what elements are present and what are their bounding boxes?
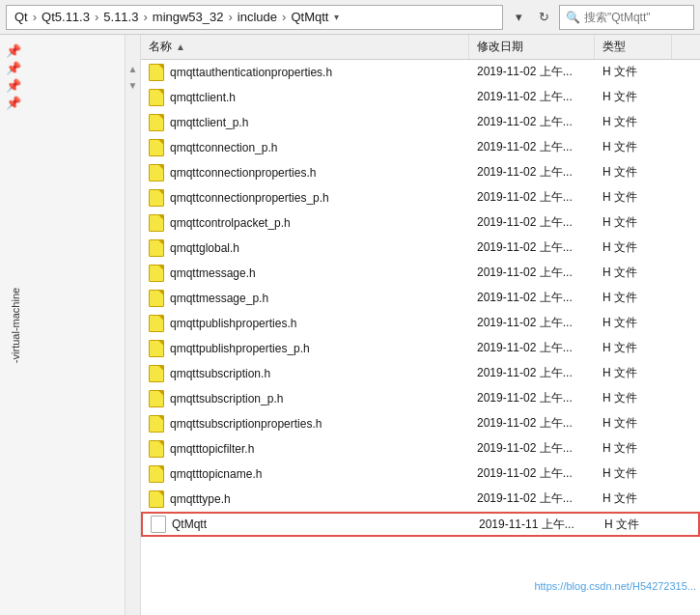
file-name-label: qmqtttype.h: [170, 492, 231, 506]
file-type-cell: H 文件: [595, 440, 672, 457]
file-name-label: qmqttpublishproperties_p.h: [170, 342, 310, 355]
file-name-cell[interactable]: qmqttsubscriptionproperties.h: [141, 415, 469, 433]
file-name-label: qmqttpublishproperties.h: [170, 317, 296, 330]
breadcrumb-qt5113[interactable]: Qt5.11.3: [40, 10, 92, 24]
table-row[interactable]: qmqttconnectionproperties_p.h 2019-11-02…: [141, 185, 700, 210]
col-header-name[interactable]: 名称 ▲: [141, 35, 469, 59]
file-name-cell[interactable]: qmqttclient.h: [141, 89, 469, 106]
table-row[interactable]: qmqttclient.h 2019-11-02 上午... H 文件: [141, 85, 700, 110]
h-file-icon: [149, 164, 164, 182]
file-name-label: qmqttsubscriptionproperties.h: [170, 417, 322, 431]
file-type-cell: H 文件: [595, 214, 672, 231]
h-file-icon: [149, 265, 164, 282]
table-row[interactable]: qmqttglobal.h 2019-11-02 上午... H 文件: [141, 236, 700, 261]
file-name-cell[interactable]: qmqttmessage_p.h: [141, 290, 469, 307]
file-type-cell: H 文件: [595, 114, 672, 130]
file-name-cell[interactable]: qmqttconnectionproperties_p.h: [141, 189, 469, 207]
sep2: ›: [94, 10, 99, 24]
breadcrumb-container[interactable]: Qt › Qt5.11.3 › 5.11.3 › mingw53_32 › in…: [6, 5, 503, 30]
h-file-icon: [149, 239, 164, 257]
file-area: 名称 ▲ 修改日期 类型 qmqttauthenticationproperti…: [141, 35, 700, 615]
pin-icon-2[interactable]: 📌: [8, 62, 19, 73]
breadcrumb-qt[interactable]: Qt: [13, 10, 30, 24]
breadcrumb-qtmqtt[interactable]: QtMqtt: [289, 10, 330, 24]
table-row[interactable]: qmqttpublishproperties.h 2019-11-02 上午..…: [141, 311, 700, 336]
search-input[interactable]: [584, 11, 687, 24]
table-row[interactable]: QtMqtt 2019-11-11 上午... H 文件: [141, 512, 700, 537]
breadcrumb-mingw[interactable]: mingw53_32: [151, 10, 226, 24]
breadcrumb-dropdown[interactable]: ▾: [332, 12, 341, 22]
table-row[interactable]: qmqttsubscriptionproperties.h 2019-11-02…: [141, 411, 700, 436]
file-date-cell: 2019-11-02 上午...: [469, 340, 595, 356]
file-date-cell: 2019-11-02 上午...: [469, 440, 595, 457]
dropdown-button[interactable]: ▾: [507, 6, 530, 29]
table-row[interactable]: qmqtttype.h 2019-11-02 上午... H 文件: [141, 487, 700, 512]
col-header-date[interactable]: 修改日期: [469, 35, 595, 59]
file-type-cell: H 文件: [595, 64, 672, 80]
file-name-cell[interactable]: qmqttauthenticationproperties.h: [141, 64, 469, 81]
file-name-cell[interactable]: qmqttcontrolpacket_p.h: [141, 214, 469, 232]
file-name-cell[interactable]: qmqttconnectionproperties.h: [141, 164, 469, 182]
folder-icon: [151, 516, 166, 533]
table-row[interactable]: qmqttclient_p.h 2019-11-02 上午... H 文件: [141, 110, 700, 135]
table-row[interactable]: qmqttsubscription.h 2019-11-02 上午... H 文…: [141, 361, 700, 386]
file-name-cell[interactable]: qmqttpublishproperties.h: [141, 315, 469, 332]
file-name-cell[interactable]: qmqtttype.h: [141, 490, 469, 508]
scroll-column: ▲ ▼: [126, 35, 141, 615]
file-name-cell[interactable]: qmqtttopicname.h: [141, 465, 469, 483]
pin-icon-1[interactable]: 📌: [8, 44, 19, 56]
sort-arrow-name: ▲: [176, 42, 185, 52]
file-name-cell[interactable]: qmqttconnection_p.h: [141, 139, 469, 156]
address-buttons: ▾ ↻: [507, 6, 555, 29]
file-name-cell[interactable]: qmqtttopicfilter.h: [141, 440, 469, 458]
scroll-down[interactable]: ▼: [128, 80, 138, 91]
pin-icon-4[interactable]: 📌: [8, 97, 19, 108]
file-date-cell: 2019-11-02 上午...: [469, 239, 595, 256]
h-file-icon: [149, 114, 164, 131]
file-name-label: qmqtttopicname.h: [170, 467, 262, 481]
table-row[interactable]: qmqttmessage_p.h 2019-11-02 上午... H 文件: [141, 286, 700, 311]
breadcrumb-5113[interactable]: 5.11.3: [101, 10, 140, 24]
file-name-cell[interactable]: qmqttpublishproperties_p.h: [141, 340, 469, 357]
file-type-cell: H 文件: [595, 89, 672, 105]
file-name-label: qmqttconnection_p.h: [170, 141, 277, 154]
file-type-cell: H 文件: [595, 290, 672, 306]
file-date-cell: 2019-11-02 上午...: [469, 164, 595, 181]
file-date-cell: 2019-11-02 上午...: [469, 465, 595, 482]
col-header-type[interactable]: 类型: [595, 35, 672, 59]
file-name-label: qmqttconnectionproperties.h: [170, 166, 316, 180]
pin-icon-3[interactable]: 📌: [8, 79, 19, 91]
h-file-icon: [149, 440, 164, 458]
file-type-cell: H 文件: [595, 164, 672, 181]
scroll-up[interactable]: ▲: [128, 64, 138, 74]
file-name-cell[interactable]: qmqttsubscription_p.h: [141, 390, 469, 407]
table-row[interactable]: qmqttconnectionproperties.h 2019-11-02 上…: [141, 160, 700, 185]
table-row[interactable]: qmqtttopicname.h 2019-11-02 上午... H 文件: [141, 461, 700, 487]
table-row[interactable]: qmqttmessage.h 2019-11-02 上午... H 文件: [141, 261, 700, 286]
file-date-cell: 2019-11-02 上午...: [469, 415, 595, 432]
table-row[interactable]: qmqttpublishproperties_p.h 2019-11-02 上午…: [141, 336, 700, 361]
file-type-cell: H 文件: [595, 139, 672, 155]
file-name-cell[interactable]: qmqttsubscription.h: [141, 365, 469, 382]
file-name-cell[interactable]: qmqttmessage.h: [141, 265, 469, 282]
file-name-cell[interactable]: qmqttclient_p.h: [141, 114, 469, 131]
table-row[interactable]: qmqttauthenticationproperties.h 2019-11-…: [141, 60, 700, 85]
file-type-cell: H 文件: [595, 239, 672, 256]
sep1: ›: [32, 10, 38, 24]
table-row[interactable]: qmqtttopicfilter.h 2019-11-02 上午... H 文件: [141, 436, 700, 461]
file-date-cell: 2019-11-02 上午...: [469, 139, 595, 155]
file-name-label: qmqttsubscription_p.h: [170, 392, 283, 405]
file-name-cell[interactable]: QtMqtt: [143, 516, 471, 533]
refresh-button[interactable]: ↻: [532, 6, 555, 29]
table-row[interactable]: qmqttconnection_p.h 2019-11-02 上午... H 文…: [141, 135, 700, 160]
file-list: qmqttauthenticationproperties.h 2019-11-…: [141, 60, 700, 615]
file-date-cell: 2019-11-02 上午...: [469, 365, 595, 381]
table-row[interactable]: qmqttcontrolpacket_p.h 2019-11-02 上午... …: [141, 210, 700, 236]
breadcrumb-include[interactable]: include: [236, 10, 279, 24]
file-name-cell[interactable]: qmqttglobal.h: [141, 239, 469, 257]
file-name-label: qmqttauthenticationproperties.h: [170, 66, 332, 79]
file-name-label: qmqttconnectionproperties_p.h: [170, 191, 329, 205]
search-box[interactable]: 🔍: [559, 5, 694, 30]
file-type-cell: H 文件: [595, 415, 672, 432]
table-row[interactable]: qmqttsubscription_p.h 2019-11-02 上午... H…: [141, 386, 700, 411]
